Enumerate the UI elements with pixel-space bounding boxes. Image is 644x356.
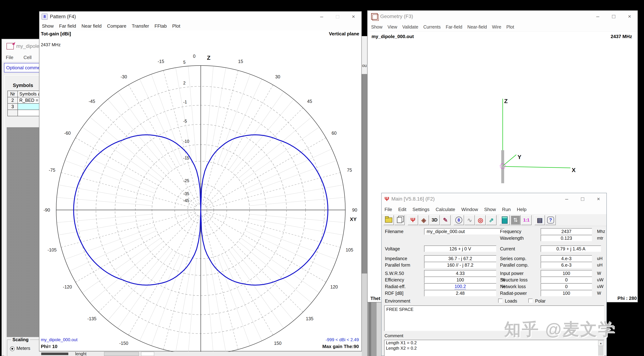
fragment-field[interactable] [141, 352, 154, 356]
menu-cell[interactable]: Cell [24, 55, 32, 60]
angle-tick-90: 90 [352, 207, 357, 213]
currents-table-icon[interactable] [500, 215, 510, 225]
one-to-one-icon[interactable]: 1:1 [521, 215, 532, 225]
series-comp-value: 4.e-3 [561, 256, 572, 261]
comment-textarea[interactable]: Length X1 = 0.2Length X2 = 0.2 ▲ [384, 340, 604, 356]
structure-loss-value-field[interactable]: 0 [541, 277, 592, 283]
polar-plot-area[interactable]: Tot-gain [dBi] Vertical plane 2437 MHz 0… [40, 30, 362, 351]
menu-compare[interactable]: Compare [107, 23, 126, 29]
loads-checkbox[interactable] [498, 299, 502, 303]
menu-show[interactable]: Show [484, 207, 496, 212]
parallel-comp-value-field[interactable]: 6.e-3 [541, 262, 592, 268]
move-center-icon[interactable]: ⇅ [510, 215, 521, 225]
scroll-up-icon[interactable]: ▲ [598, 341, 604, 346]
input-power-value: 100 [563, 271, 570, 276]
line-chart-icon[interactable]: ∿ [464, 215, 475, 225]
menu-settings[interactable]: Settings [412, 207, 430, 212]
angle-tick--45: -45 [88, 99, 95, 104]
phi-status: Phi : 280 [610, 296, 637, 302]
menu-edit[interactable]: Edit [398, 207, 406, 212]
menu-far-field[interactable]: Far field [59, 23, 76, 29]
menu-show[interactable]: Show [42, 23, 54, 29]
three-d-viewer-icon[interactable]: 3D [429, 215, 440, 225]
frequency-value-field[interactable]: 2437 [541, 228, 592, 235]
input-power-value-field[interactable]: 100 [541, 270, 592, 277]
current-value-field[interactable]: 0.79 + j 1.45 A [541, 246, 601, 252]
help-icon[interactable]: ? [545, 215, 556, 225]
menu-window[interactable]: Window [461, 207, 478, 212]
copy-window-icon[interactable] [394, 215, 405, 225]
notebook-icon[interactable]: ▤ [534, 215, 545, 225]
series-comp-label: Series comp. [500, 255, 526, 262]
pattern-window-icon: 8 [42, 13, 48, 20]
background-window-strip [367, 302, 381, 356]
main-window-title: Main [V5.8.16] (F2) [392, 196, 559, 202]
meters-radio[interactable] [10, 347, 15, 351]
loads-checkbox-label: Loads [505, 298, 517, 304]
plot-phi-label: Phi= 10 [41, 344, 58, 349]
comment-scrollbar[interactable]: ▲ [598, 341, 604, 356]
angle-tick--75: -75 [49, 168, 55, 173]
frequency-unit: Mhz [597, 228, 605, 235]
environment-row: Environment Loads Polar [382, 298, 606, 304]
menu-near-field[interactable]: Near field [82, 23, 102, 29]
radial-tick--25: -25 [183, 178, 189, 183]
parallel-comp-label: Parallel comp. [500, 262, 528, 268]
geometry-cube-icon[interactable]: ◈ [418, 215, 429, 225]
nec-editor-icon[interactable]: ✎ [440, 215, 451, 225]
menu-calculate[interactable]: Calculate [436, 207, 455, 212]
menu-fftab[interactable]: FFtab [154, 23, 167, 29]
parallel-comp-value: 6.e-3 [561, 263, 572, 268]
pattern-window: 8 Pattern (F4) – □ × ShowFar fieldNear f… [39, 11, 362, 351]
gain-scan-icon[interactable]: ⇗ [486, 215, 496, 225]
close-icon[interactable]: × [346, 11, 362, 22]
text-fragment-bar [41, 353, 68, 355]
polar-checkbox[interactable] [528, 299, 533, 303]
main-titlebar[interactable]: Ψ Main [V5.8.16] (F2) – □ × [382, 193, 606, 205]
main-menubar: FileEditSettingsCalculateWindowShowRunHe… [382, 205, 606, 214]
antenna-edit-icon[interactable]: Ψ [408, 215, 418, 225]
smith-chart-icon[interactable]: ◎ [475, 215, 486, 225]
polar-chart[interactable]: 0153045607590105120135150165-180-165-150… [40, 30, 362, 351]
radial-tick--45: -45 [183, 198, 189, 203]
meters-radio-label: Meters [16, 346, 30, 351]
maximize-icon[interactable]: □ [574, 193, 590, 205]
menu-transfer[interactable]: Transfer [132, 23, 149, 29]
minimize-icon[interactable]: – [559, 193, 574, 205]
angle-tick-0: 0 [193, 54, 196, 59]
menu-file[interactable]: File [384, 207, 392, 212]
angle-tick-135: 135 [306, 316, 314, 321]
radiat-power-value-field[interactable]: 100 [541, 290, 592, 297]
open-file-icon[interactable] [384, 215, 394, 225]
symbols-header: Symbols [13, 83, 33, 88]
dipole-wire[interactable] [501, 150, 504, 183]
series-comp-value-field[interactable]: 4.e-3 [541, 255, 592, 262]
hidden-scrollbar[interactable] [362, 74, 367, 274]
input-power-label: Input power [500, 270, 524, 277]
pattern-titlebar[interactable]: 8 Pattern (F4) – □ × [40, 11, 362, 22]
minimize-icon[interactable]: – [314, 11, 330, 22]
far-field-pattern-icon[interactable]: 8 [454, 215, 464, 225]
polar-chart-svg[interactable]: 0153045607590105120135150165-180-165-150… [40, 30, 362, 352]
fragment-button[interactable] [104, 352, 139, 356]
radial-tick--10: -10 [183, 139, 189, 144]
radiat-power-row: Radiat-power100W [382, 290, 606, 297]
menu-run[interactable]: Run [502, 207, 511, 212]
hidden-window-sliver: ou [362, 11, 367, 356]
current-value: 0.79 + j 1.45 A [556, 246, 586, 252]
close-icon[interactable]: × [590, 193, 606, 205]
symbols-cell[interactable] [8, 110, 18, 116]
pattern-window-title: Pattern (F4) [50, 14, 314, 19]
symbols-cell[interactable]: 3 [8, 103, 18, 110]
menu-help[interactable]: Help [517, 207, 526, 212]
plot-range-label: -999 < dBi < 2.49 [326, 337, 359, 342]
comment-line: Length X1 = 0.2 [384, 340, 604, 346]
menu-plot[interactable]: Plot [172, 23, 180, 29]
menu-file[interactable]: File [6, 55, 13, 60]
maximize-icon[interactable]: □ [330, 11, 346, 22]
wavelength-value-field[interactable]: 0.123 [541, 235, 592, 241]
symbols-cell[interactable]: 2 [8, 97, 18, 103]
input-power-row: Input power100W [382, 270, 606, 277]
angle-tick--120: -120 [63, 284, 72, 289]
network-loss-value-field[interactable]: 0 [541, 283, 592, 290]
